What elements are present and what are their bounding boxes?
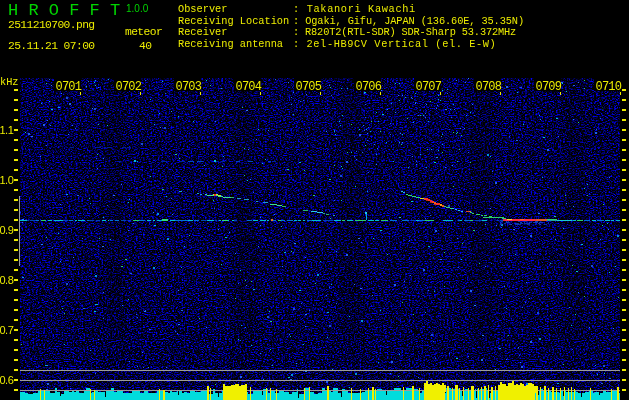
svg-text:0703: 0703 [176, 80, 202, 94]
svg-text:H R O F F T: H R O F F T [8, 1, 120, 20]
svg-text:1.0.0: 1.0.0 [126, 3, 149, 14]
svg-text:Receiving Location: Receiving Location [178, 15, 289, 27]
svg-text:0702: 0702 [116, 80, 142, 94]
svg-text:0710: 0710 [596, 80, 622, 94]
svg-text:: 2el-HB9CV Vertical (el. E-W): : 2el-HB9CV Vertical (el. E-W) [293, 38, 496, 50]
svg-text:0709: 0709 [536, 80, 562, 94]
svg-text:1.0: 1.0 [0, 174, 14, 186]
svg-text:0.7: 0.7 [0, 324, 14, 336]
svg-text:Receiver: Receiver [178, 26, 227, 38]
svg-text:1.1: 1.1 [0, 124, 14, 136]
svg-text:meteor: meteor [125, 26, 162, 38]
svg-text:0707: 0707 [416, 80, 442, 94]
svg-text:25.11.21 07:00: 25.11.21 07:00 [8, 40, 95, 52]
svg-text:: Takanori Kawachi: : Takanori Kawachi [293, 3, 416, 15]
svg-text:kHz: kHz [0, 76, 19, 88]
svg-text:: R820T2(RTL-SDR) SDR-Sharp 53: : R820T2(RTL-SDR) SDR-Sharp 53.372MHz [293, 26, 516, 38]
svg-text:0.9: 0.9 [0, 224, 14, 236]
svg-text:0.6: 0.6 [0, 374, 14, 386]
svg-text:0.8: 0.8 [0, 274, 14, 286]
svg-text:0706: 0706 [356, 80, 382, 94]
svg-text:Receiving antenna: Receiving antenna [178, 38, 283, 50]
svg-text:0708: 0708 [476, 80, 502, 94]
svg-text:0705: 0705 [296, 80, 322, 94]
svg-text:2511210700.png: 2511210700.png [8, 19, 95, 31]
svg-text:40: 40 [139, 40, 152, 52]
svg-text:Observer: Observer [178, 3, 227, 15]
svg-text:: Ogaki, Gifu, JAPAN (136.60E,: : Ogaki, Gifu, JAPAN (136.60E, 35.35N) [293, 15, 524, 27]
svg-text:0704: 0704 [236, 80, 262, 94]
svg-text:0701: 0701 [56, 80, 82, 94]
